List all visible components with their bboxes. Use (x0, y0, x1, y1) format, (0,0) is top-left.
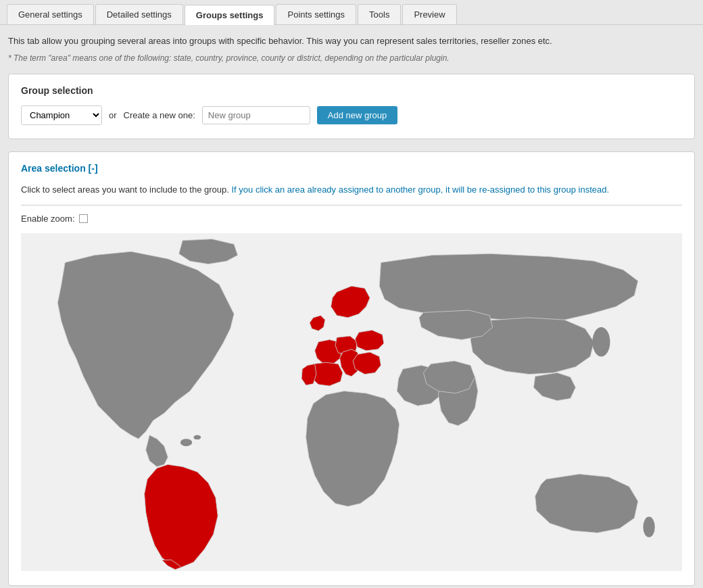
tabs-bar: General settings Detailed settings Group… (0, 0, 703, 25)
info-text: This tab allow you grouping several area… (8, 34, 695, 48)
main-content: This tab allow you grouping several area… (0, 25, 703, 588)
or-label: or (109, 110, 117, 120)
enable-zoom-checkbox[interactable] (79, 214, 88, 223)
click-instructions: Click to select areas you want to includ… (21, 183, 682, 197)
tab-tools[interactable]: Tools (358, 4, 401, 24)
enable-zoom-label: Enable zoom: (21, 214, 75, 224)
group-selection-title: Group selection (21, 85, 682, 96)
area-selection-link[interactable]: Area selection [-] (21, 163, 98, 174)
map-container[interactable] (21, 233, 682, 573)
area-selection-box: Area selection [-] Click to select areas… (8, 151, 695, 587)
tab-preview[interactable]: Preview (402, 4, 456, 24)
group-dropdown[interactable]: Champion (21, 105, 102, 125)
svg-point-1 (180, 439, 192, 447)
svg-point-2 (193, 435, 201, 440)
divider (21, 205, 682, 205)
world-map-svg[interactable] (21, 233, 682, 571)
tab-groups[interactable]: Groups settings (185, 5, 275, 25)
italic-note: * The term "area" means one of the follo… (8, 52, 695, 64)
click-instructions-text: Click to select areas you want to includ… (21, 185, 229, 195)
create-label: Create a new one: (124, 110, 195, 120)
tab-general[interactable]: General settings (7, 4, 94, 24)
svg-point-4 (643, 517, 654, 537)
group-selection-box: Group selection Champion or Create a new… (8, 74, 695, 139)
new-group-input[interactable] (202, 106, 310, 124)
tab-detailed[interactable]: Detailed settings (95, 4, 183, 24)
add-group-button[interactable]: Add new group (317, 106, 397, 124)
page-wrapper: General settings Detailed settings Group… (0, 0, 703, 588)
tab-points[interactable]: Points settings (276, 4, 356, 24)
enable-zoom-row: Enable zoom: (21, 214, 682, 224)
click-instructions-highlight: If you click an area already assigned to… (231, 185, 609, 195)
group-selection-row: Champion or Create a new one: Add new gr… (21, 105, 682, 125)
svg-point-3 (592, 327, 610, 356)
